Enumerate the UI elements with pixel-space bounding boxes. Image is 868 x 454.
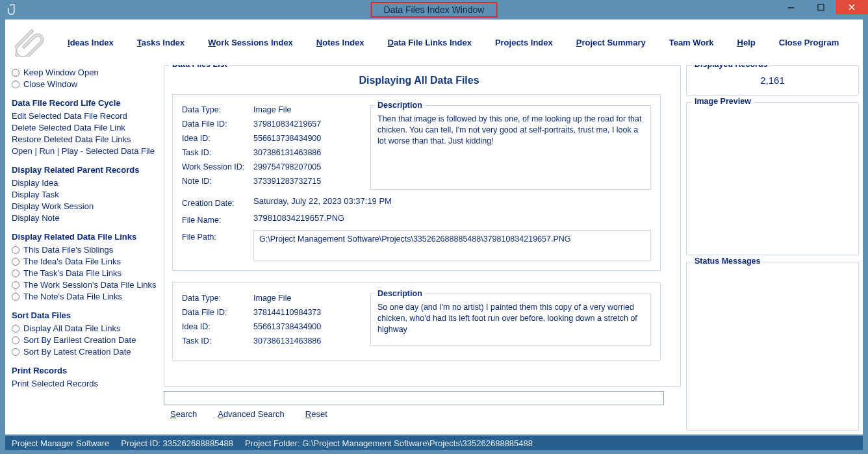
description-text: Then that image is followed by this one,… <box>377 114 642 145</box>
menu-items: Ideas Index Tasks Index Work Sessions In… <box>68 38 839 47</box>
sort-heading: Sort Data Files <box>12 310 159 320</box>
ws-links-radio[interactable]: The Work Session's Data File Links <box>12 280 159 290</box>
content: KKeep Window Openeep Window Open Close W… <box>5 65 863 435</box>
label-data-type: Data Type: <box>182 294 253 303</box>
menu-tasks[interactable]: Tasks Index <box>137 38 185 47</box>
sort-earliest-radio[interactable]: Sort By Earilest Creation Date <box>12 335 159 345</box>
label-idea-id: Idea ID: <box>182 322 253 331</box>
list-legend: Data Files List <box>170 65 230 69</box>
menu-close-program[interactable]: Close Program <box>779 38 839 47</box>
value-idea-id: 556613738434900 <box>253 134 321 143</box>
menu-help[interactable]: Help <box>737 38 756 47</box>
reset-link[interactable]: Reset <box>305 409 327 419</box>
description-legend: Description <box>375 288 425 299</box>
app-icon <box>4 1 22 19</box>
print-selected-link[interactable]: Print Selected Records <box>12 379 159 388</box>
label-ws-id: Work Session ID: <box>182 162 253 171</box>
label-file-path: File Path: <box>182 230 253 261</box>
window-body: Ideas Index Tasks Index Work Sessions In… <box>5 19 863 435</box>
menu-team-work[interactable]: Team Work <box>669 38 714 47</box>
right-pane: Displayed Records 2,161 Image Preview St… <box>686 65 859 431</box>
search-link[interactable]: Search <box>170 409 197 419</box>
value-task-id: 307386131463886 <box>253 336 321 346</box>
records-scroll[interactable]: Data Type:Image File Data File ID:379810… <box>172 94 666 380</box>
siblings-radio[interactable]: This Data File's Siblings <box>12 245 159 255</box>
menu-notes[interactable]: Notes Index <box>316 38 364 47</box>
image-preview-box: Image Preview <box>686 102 859 255</box>
related-links-heading: Display Related Data File Links <box>12 232 159 242</box>
value-file-name: 379810834219657.PNG <box>253 213 651 225</box>
record-card[interactable]: Data Type:Image File Data File ID:378144… <box>172 283 661 360</box>
status-app: Project Manager Software <box>12 438 109 448</box>
value-idea-id: 556613738434900 <box>253 322 321 331</box>
label-idea-id: Idea ID: <box>182 134 253 143</box>
task-links-radio[interactable]: The Task's Data File Links <box>12 268 159 278</box>
displayed-records-count: 2,161 <box>693 72 852 88</box>
label-data-file-id: Data File ID: <box>182 308 253 317</box>
titlebar: Data Files Index Window <box>0 0 868 19</box>
display-task-link[interactable]: Display Task <box>12 190 159 199</box>
display-work-session-link[interactable]: Display Work Session <box>12 201 159 211</box>
delete-link-link[interactable]: Delete Selected Data File Link <box>12 123 159 132</box>
label-task-id: Task ID: <box>182 336 253 346</box>
close-button[interactable] <box>836 0 868 14</box>
label-creation: Creation Date: <box>182 196 253 208</box>
display-note-link[interactable]: Display Note <box>12 213 159 223</box>
lifecycle-heading: Data File Record Life Cycle <box>12 98 159 108</box>
restore-links-link[interactable]: Restore Deleted Data File Links <box>12 134 159 144</box>
status-messages-box: Status Messages <box>686 262 859 431</box>
value-ws-id: 299754798207005 <box>253 162 321 171</box>
menubar: Ideas Index Tasks Index Work Sessions In… <box>5 19 863 65</box>
sort-latest-radio[interactable]: Sort By Latest Creation Date <box>12 347 159 357</box>
displayed-records-box: Displayed Records 2,161 <box>686 65 859 95</box>
left-pane: KKeep Window Openeep Window Open Close W… <box>12 65 159 431</box>
label-data-file-id: Data File ID: <box>182 120 253 129</box>
data-files-list: Data Files List Displaying All Data File… <box>164 65 681 387</box>
label-note-id: Note ID: <box>182 177 253 186</box>
center-pane: Data Files List Displaying All Data File… <box>164 65 681 431</box>
open-run-play-link[interactable]: Open | Run | Play - Selected Data File <box>12 146 159 156</box>
window-title: Data Files Index Window <box>371 2 498 18</box>
value-data-type: Image File <box>253 294 291 303</box>
edit-record-link[interactable]: Edit Selected Data File Record <box>12 111 159 121</box>
maximize-button[interactable] <box>806 0 836 14</box>
menu-data-file-links[interactable]: Data File Links Index <box>388 38 472 47</box>
parent-records-heading: Display Related Parent Records <box>12 165 159 175</box>
value-data-file-id: 378144110984373 <box>253 308 321 317</box>
menu-projects[interactable]: Projects Index <box>495 38 553 47</box>
status-messages-legend: Status Messages <box>692 257 763 266</box>
label-data-type: Data Type: <box>182 105 253 114</box>
description-box: Description So one day (and I'm no artis… <box>370 294 651 346</box>
value-task-id: 307386131463886 <box>253 148 321 157</box>
status-project-folder: Project Folder: G:\Project Management So… <box>245 438 533 448</box>
display-idea-link[interactable]: Display Idea <box>12 178 159 188</box>
note-links-radio[interactable]: The Note's Data File Links <box>12 292 159 301</box>
menu-work-sessions[interactable]: Work Sessions Index <box>208 38 293 47</box>
record-card[interactable]: Data Type:Image File Data File ID:379810… <box>172 94 661 271</box>
keep-window-open-radio[interactable]: KKeep Window Openeep Window Open <box>12 68 159 77</box>
search-row: Search Advanced Search Reset <box>164 391 681 419</box>
advanced-search-link[interactable]: Advanced Search <box>218 409 285 419</box>
value-note-id: 373391283732715 <box>253 177 321 186</box>
value-creation: Saturday, July 22, 2023 03:37:19 PM <box>253 196 651 208</box>
idea-links-radio[interactable]: The Idea's Data File Links <box>12 257 159 266</box>
print-heading: Print Records <box>12 366 159 375</box>
file-path-box: G:\Project Management Software\Projects\… <box>253 230 651 261</box>
status-project-id: Project ID: 335262688885488 <box>121 438 233 448</box>
display-all-radio[interactable]: Display All Data File Links <box>12 323 159 333</box>
minimize-button[interactable] <box>776 0 806 14</box>
value-data-file-id: 379810834219657 <box>253 120 321 129</box>
value-data-type: Image File <box>253 105 291 114</box>
window-controls <box>776 0 868 14</box>
svg-rect-1 <box>818 5 824 10</box>
description-box: Description Then that image is followed … <box>370 105 651 190</box>
close-window-radio[interactable]: Close Window <box>12 79 159 89</box>
label-task-id: Task ID: <box>182 148 253 157</box>
label-file-name: File Name: <box>182 213 253 225</box>
description-legend: Description <box>375 100 425 111</box>
search-input[interactable] <box>164 391 664 405</box>
menu-ideas[interactable]: Ideas Index <box>68 38 114 47</box>
menu-project-summary[interactable]: Project Summary <box>576 38 646 47</box>
displayed-records-legend: Displayed Records <box>692 65 771 69</box>
list-title: Displaying All Data Files <box>172 75 666 86</box>
